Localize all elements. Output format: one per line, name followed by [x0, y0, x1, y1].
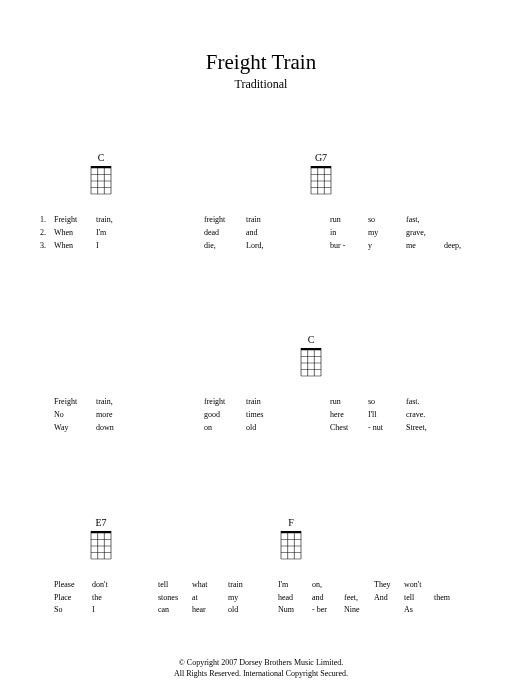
lyric-syllable: I — [96, 240, 158, 253]
lyric-syllable: what — [192, 579, 228, 592]
svg-rect-30 — [91, 531, 111, 533]
lyric-syllable: I — [92, 604, 136, 617]
lyric-syllable: on, — [312, 579, 344, 592]
lyric-syllable: They — [374, 579, 404, 592]
verse-number — [40, 604, 54, 617]
verse-number: 3. — [40, 240, 54, 253]
verse-number — [40, 396, 54, 409]
lyric-syllable: so — [368, 396, 406, 409]
lyric-syllable: more — [96, 409, 158, 422]
lyric-syllable — [158, 396, 204, 409]
music-system: CG71.Freighttrain,freighttrainrunsofast,… — [40, 152, 482, 252]
lyric-syllable — [158, 227, 204, 240]
lyric-block: Freighttrain,freighttrainrunsofast.Nomor… — [40, 396, 482, 434]
lyric-syllable: freight — [204, 396, 246, 409]
lyric-syllable: fast, — [406, 214, 444, 227]
chord-row: C — [40, 334, 482, 388]
verse-number — [40, 422, 54, 435]
chord-diagram: C — [296, 334, 326, 380]
chord-name: C — [86, 152, 116, 163]
lyric-syllable: can — [158, 604, 192, 617]
lyric-syllable: my — [368, 227, 406, 240]
chord-name: G7 — [306, 152, 336, 163]
lyric-syllable: y — [368, 240, 406, 253]
lyric-syllable: and — [312, 592, 344, 605]
verse-number: 2. — [40, 227, 54, 240]
lyric-syllable — [158, 422, 204, 435]
lyric-line: Pleasedon'ttellwhattrainI'mon,Theywon't — [40, 579, 482, 592]
lyric-syllable: feet, — [344, 592, 374, 605]
lyric-syllable: train, — [96, 214, 158, 227]
chord-diagram: C — [86, 152, 116, 198]
lyric-syllable — [302, 409, 330, 422]
lyric-syllable: won't — [404, 579, 434, 592]
lyric-syllable — [302, 227, 330, 240]
lyric-syllable — [264, 592, 278, 605]
lyric-line: Placethestonesatmyheadandfeet,Andtellthe… — [40, 592, 482, 605]
chord-diagram: E7 — [86, 517, 116, 563]
verse-number — [40, 409, 54, 422]
lyric-syllable: Street, — [406, 422, 448, 435]
lyric-syllable — [158, 240, 204, 253]
lyric-syllable: As — [404, 604, 434, 617]
chord-name: C — [296, 334, 326, 345]
lyric-syllable — [344, 579, 374, 592]
lyric-syllable — [158, 214, 204, 227]
lyric-syllable — [136, 604, 158, 617]
lyric-syllable: on — [204, 422, 246, 435]
lyric-syllable: I'll — [368, 409, 406, 422]
lyric-syllable: When — [54, 227, 96, 240]
chord-row: CG7 — [40, 152, 482, 206]
lyric-syllable — [302, 214, 330, 227]
lyric-syllable: and — [246, 227, 302, 240]
lyric-line: 2.WhenI'mdeadandinmygrave, — [40, 227, 482, 240]
lyric-block: Pleasedon'ttellwhattrainI'mon,Theywon'tP… — [40, 579, 482, 617]
lyric-syllable: grave, — [406, 227, 444, 240]
svg-rect-20 — [301, 348, 321, 350]
lyric-syllable: Place — [54, 592, 92, 605]
lyric-syllable: I'm — [96, 227, 158, 240]
lyric-syllable: in — [330, 227, 368, 240]
lyric-syllable: old — [228, 604, 264, 617]
lyric-syllable: tell — [158, 579, 192, 592]
lyric-syllable: tell — [404, 592, 434, 605]
lyric-syllable: them — [434, 592, 464, 605]
lyric-line: 1.Freighttrain,freighttrainrunsofast, — [40, 214, 482, 227]
copyright-footer: © Copyright 2007 Dorsey Brothers Music L… — [0, 658, 522, 680]
lyric-syllable: deep, — [444, 240, 482, 253]
lyric-syllable: don't — [92, 579, 136, 592]
lyric-syllable: train, — [96, 396, 158, 409]
copyright-line-2: All Rights Reserved. International Copyr… — [0, 669, 522, 680]
lyric-syllable — [302, 422, 330, 435]
lyric-syllable: When — [54, 240, 96, 253]
song-title: Freight Train — [40, 50, 482, 75]
lyric-syllable: old — [246, 422, 302, 435]
lyric-syllable: So — [54, 604, 92, 617]
lyric-syllable: No — [54, 409, 96, 422]
lyric-syllable: crave. — [406, 409, 448, 422]
lyric-syllable: Freight — [54, 214, 96, 227]
lyric-syllable — [302, 240, 330, 253]
lyric-syllable — [136, 592, 158, 605]
lyric-syllable — [264, 579, 278, 592]
lyric-line: WaydownonoldChest- nutStreet, — [40, 422, 482, 435]
lyric-line: 3.WhenIdie,Lord,bur -ymedeep, — [40, 240, 482, 253]
chord-name: F — [276, 517, 306, 528]
copyright-line-1: © Copyright 2007 Dorsey Brothers Music L… — [0, 658, 522, 669]
lyric-syllable: my — [228, 592, 264, 605]
lyric-syllable: And — [374, 592, 404, 605]
systems-container: CG71.Freighttrain,freighttrainrunsofast,… — [40, 152, 482, 617]
verse-number: 1. — [40, 214, 54, 227]
svg-rect-10 — [311, 166, 331, 168]
lyric-syllable — [302, 396, 330, 409]
lyric-syllable: train — [246, 214, 302, 227]
lyric-syllable — [264, 604, 278, 617]
lyric-syllable: - nut — [368, 422, 406, 435]
song-subtitle: Traditional — [40, 77, 482, 92]
lyric-syllable: Num — [278, 604, 312, 617]
lyric-syllable: fast. — [406, 396, 448, 409]
lyric-syllable: dead — [204, 227, 246, 240]
lyric-syllable: the — [92, 592, 136, 605]
lyric-syllable: head — [278, 592, 312, 605]
lyric-syllable: train — [246, 396, 302, 409]
